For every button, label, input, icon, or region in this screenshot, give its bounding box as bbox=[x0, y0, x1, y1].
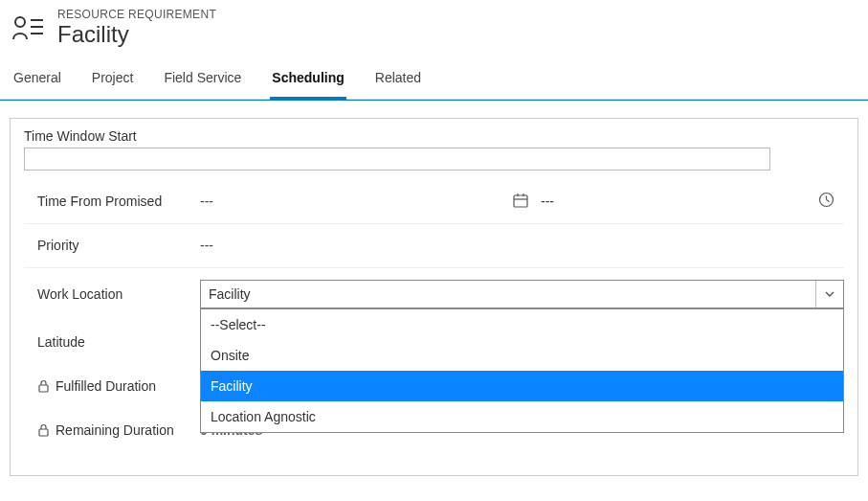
tab-related[interactable]: Related bbox=[373, 60, 423, 100]
chevron-down-icon bbox=[815, 281, 835, 307]
tab-field-service[interactable]: Field Service bbox=[162, 60, 243, 100]
input-time-window-start[interactable] bbox=[24, 148, 770, 171]
select-work-location[interactable]: Facility bbox=[200, 280, 844, 308]
header-subtitle: RESOURCE REQUIREMENT bbox=[57, 8, 216, 21]
label-priority: Priority bbox=[37, 238, 200, 253]
field-time-window-start: Time Window Start bbox=[24, 128, 844, 171]
svg-line-13 bbox=[827, 200, 830, 202]
page-header: RESOURCE REQUIREMENT Facility bbox=[0, 0, 868, 60]
svg-rect-4 bbox=[514, 195, 527, 207]
header-title: Facility bbox=[57, 21, 216, 49]
tab-scheduling[interactable]: Scheduling bbox=[270, 60, 345, 100]
svg-rect-15 bbox=[39, 429, 48, 436]
lock-icon bbox=[37, 379, 50, 393]
tab-bar: General Project Field Service Scheduling… bbox=[0, 60, 868, 100]
label-time-window-start: Time Window Start bbox=[24, 128, 844, 144]
form-panel: Time Window Start Time From Promised ---… bbox=[10, 118, 858, 476]
row-priority: Priority --- bbox=[24, 224, 844, 268]
lock-icon bbox=[37, 423, 50, 437]
label-fulfilled-duration: Fulfilled Duration bbox=[37, 378, 200, 394]
select-value-work-location: Facility bbox=[209, 286, 251, 302]
tab-project[interactable]: Project bbox=[90, 60, 136, 100]
label-time-from-promised: Time From Promised bbox=[37, 194, 200, 209]
resource-icon bbox=[11, 13, 44, 42]
label-work-location: Work Location bbox=[37, 286, 200, 302]
row-work-location: Work Location Facility --Select-- Onsite… bbox=[24, 268, 844, 320]
option-onsite[interactable]: Onsite bbox=[201, 340, 843, 371]
label-latitude: Latitude bbox=[37, 334, 200, 350]
value-date-from-promised[interactable]: --- bbox=[541, 194, 554, 209]
tab-general[interactable]: General bbox=[11, 60, 63, 100]
clock-icon[interactable] bbox=[818, 192, 835, 211]
value-priority[interactable]: --- bbox=[200, 238, 844, 253]
label-remaining-duration: Remaining Duration bbox=[37, 422, 200, 438]
dropdown-work-location: --Select-- Onsite Facility Location Agno… bbox=[200, 308, 844, 433]
option-select[interactable]: --Select-- bbox=[201, 309, 843, 340]
option-location-agnostic[interactable]: Location Agnostic bbox=[201, 401, 843, 432]
row-time-from-promised: Time From Promised --- --- bbox=[24, 180, 844, 224]
svg-rect-14 bbox=[39, 385, 48, 392]
svg-point-0 bbox=[15, 17, 25, 27]
option-facility[interactable]: Facility bbox=[201, 371, 843, 401]
calendar-icon[interactable] bbox=[512, 192, 529, 212]
